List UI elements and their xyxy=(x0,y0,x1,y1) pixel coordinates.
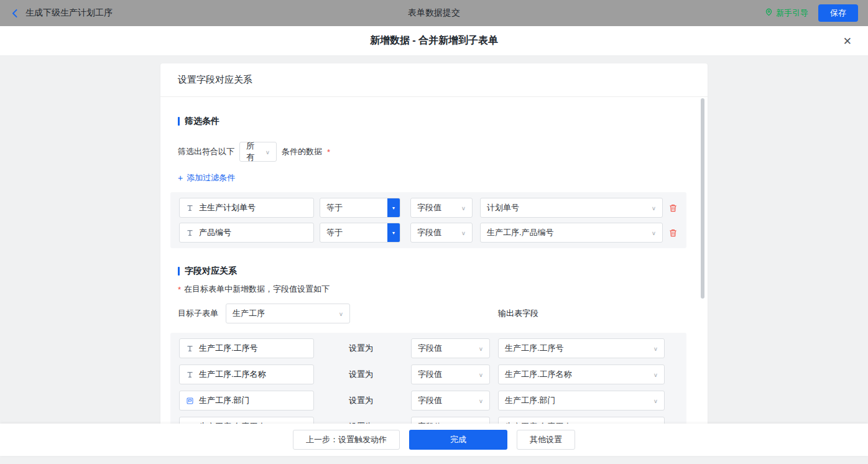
text-field-icon xyxy=(186,229,194,237)
dialog-body: 设置字段对应关系 筛选条件 筛选出符合以下 所有 ∨ 条件的数据 * + 添加过… xyxy=(0,56,868,424)
filter-value-select[interactable]: 生产工序.产品编号 ∨ xyxy=(480,223,663,243)
chevron-down-icon: ∨ xyxy=(479,371,483,378)
mapping-row: 生产工序.工序名称 设置为 字段值 ∨ 生产工序.工序名称 ∨ xyxy=(179,364,678,384)
mapping-value-select[interactable]: 生产工序.工序名称 ∨ xyxy=(498,364,665,384)
filter-value-type-select[interactable]: 字段值 ∨ xyxy=(410,223,473,243)
mapping-value-type-select[interactable]: 字段值 ∨ xyxy=(411,391,490,411)
filter-value-type-value: 字段值 xyxy=(417,227,441,238)
chevron-down-icon: ∨ xyxy=(653,397,658,404)
output-fields-label: 输出表字段 xyxy=(498,308,538,319)
dialog-title: 新增数据 - 合并新增到子表单 xyxy=(370,34,498,47)
mapping-value-select[interactable]: 生产工序.负责工人 ∨ xyxy=(498,417,665,424)
text-field-icon xyxy=(186,371,194,379)
mapping-value-type-value: 字段值 xyxy=(418,395,442,406)
filter-conditions-panel: 主生产计划单号 等于 ▼ 字段值 ∨ 计划单号 ∨ xyxy=(170,192,686,248)
target-subform-select[interactable]: 生产工序 ∨ xyxy=(226,304,350,323)
chevron-down-icon: ∨ xyxy=(479,397,483,404)
back-button[interactable]: 生成下级生产计划工序 xyxy=(10,7,113,19)
filter-operator-value: 等于 xyxy=(320,198,387,217)
beginner-guide-link[interactable]: 新手引导 xyxy=(765,7,808,19)
add-filter-condition-label: 添加过滤条件 xyxy=(187,172,235,183)
done-button[interactable]: 完成 xyxy=(409,430,507,450)
department-field-icon xyxy=(186,397,194,405)
delete-row-button[interactable] xyxy=(668,203,678,213)
delete-row-button[interactable] xyxy=(668,228,678,238)
text-field-icon xyxy=(186,345,194,353)
mapping-field-label: 生产工序.部门 xyxy=(199,395,250,406)
add-filter-condition-link[interactable]: + 添加过滤条件 xyxy=(178,172,235,183)
chevron-down-icon: ∨ xyxy=(461,230,466,236)
filter-row: 主生产计划单号 等于 ▼ 字段值 ∨ 计划单号 ∨ xyxy=(179,198,678,218)
previous-step-button[interactable]: 上一步：设置触发动作 xyxy=(293,430,400,450)
mapping-value-type-select[interactable]: 字段值 ∨ xyxy=(411,417,490,424)
required-asterisk: * xyxy=(327,147,330,157)
set-as-label: 设置为 xyxy=(349,395,374,406)
text-field-icon xyxy=(186,204,194,212)
chevron-down-icon: ∨ xyxy=(653,345,658,351)
filter-operator-value: 等于 xyxy=(320,223,387,242)
back-label[interactable]: 生成下级生产计划工序 xyxy=(25,7,113,19)
target-subform-value: 生产工序 xyxy=(233,308,265,319)
card-title: 设置字段对应关系 xyxy=(160,63,708,97)
mapping-value-value: 生产工序.工序号 xyxy=(505,343,564,354)
mapping-value-select[interactable]: 生产工序.部门 ∨ xyxy=(498,391,665,411)
chevron-down-icon: ∨ xyxy=(479,345,483,351)
caret-down-button[interactable]: ▼ xyxy=(387,198,400,217)
filter-field-label: 产品编号 xyxy=(199,227,231,238)
caret-down-button[interactable]: ▼ xyxy=(387,223,400,242)
filter-operator-select[interactable]: 等于 ▼ xyxy=(320,198,400,218)
filter-intro-row: 筛选出符合以下 所有 ∨ 条件的数据 * xyxy=(178,142,708,162)
mapping-panel: 生产工序.工序号 设置为 字段值 ∨ 生产工序.工序号 ∨ 生产 xyxy=(170,333,686,424)
chevron-down-icon: ∨ xyxy=(265,149,270,155)
target-subform-label: 目标子表单 xyxy=(178,308,218,319)
mapping-value-value: 生产工序.工序名称 xyxy=(505,369,572,380)
filter-field-input[interactable]: 产品编号 xyxy=(179,223,314,243)
mapping-section-title: 字段对应关系 xyxy=(178,266,708,277)
filter-operator-select[interactable]: 等于 ▼ xyxy=(320,223,400,243)
close-icon[interactable]: ✕ xyxy=(843,35,852,46)
section-accent-bar xyxy=(178,267,180,276)
mapping-value-select[interactable]: 生产工序.工序号 ∨ xyxy=(498,338,665,358)
mapping-field-input[interactable]: 生产工序.工序名称 xyxy=(179,364,314,384)
mapping-description-text: 在目标表单中新增数据，字段值设置如下 xyxy=(184,284,330,295)
mapping-field-input[interactable]: 生产工序.工序号 xyxy=(179,338,314,358)
chevron-down-icon: ∨ xyxy=(461,205,466,211)
filter-value-value: 计划单号 xyxy=(487,202,519,213)
chevron-down-icon: ∨ xyxy=(652,205,656,211)
mapping-row: 生产工序.工序号 设置为 字段值 ∨ 生产工序.工序号 ∨ xyxy=(179,338,678,358)
mapping-value-type-value: 字段值 xyxy=(418,343,442,354)
chevron-left-icon[interactable] xyxy=(10,8,21,19)
chevron-down-icon: ∨ xyxy=(653,371,658,378)
mapping-field-input[interactable]: 生产工序.部门 xyxy=(179,391,314,411)
filter-value-select[interactable]: 计划单号 ∨ xyxy=(480,198,663,218)
vertical-scrollbar-thumb[interactable] xyxy=(701,98,704,299)
section-accent-bar xyxy=(178,117,180,126)
mapping-value-type-select[interactable]: 字段值 ∨ xyxy=(411,338,490,358)
dialog-footer: 上一步：设置触发动作 完成 其他设置 xyxy=(0,424,868,456)
target-subform-row: 目标子表单 生产工序 ∨ 输出表字段 xyxy=(178,304,708,323)
mapping-description: * 在目标表单中新增数据，字段值设置如下 xyxy=(178,284,708,295)
mapping-field-label: 生产工序.工序名称 xyxy=(199,369,266,380)
chevron-down-icon: ∨ xyxy=(339,310,343,317)
page-title: 表单数据提交 xyxy=(408,7,460,19)
mapping-value-type-select[interactable]: 字段值 ∨ xyxy=(411,364,490,384)
set-as-label: 设置为 xyxy=(349,369,374,380)
mapping-row: 生产工序.负责工人 设置为 字段值 ∨ 生产工序.负责工人 ∨ xyxy=(179,417,678,424)
filter-match-select[interactable]: 所有 ∨ xyxy=(239,142,277,162)
bottom-strip xyxy=(0,456,868,464)
mapping-field-input[interactable]: 生产工序.负责工人 xyxy=(179,417,314,424)
save-button[interactable]: 保存 xyxy=(818,4,858,22)
other-settings-button[interactable]: 其他设置 xyxy=(517,430,575,450)
filter-suffix-label: 条件的数据 xyxy=(282,146,322,157)
beginner-guide-label: 新手引导 xyxy=(776,7,808,19)
mapping-section-label: 字段对应关系 xyxy=(185,266,237,277)
mapping-row: 生产工序.部门 设置为 字段值 ∨ 生产工序.部门 ∨ xyxy=(179,391,678,411)
filter-value-type-select[interactable]: 字段值 ∨ xyxy=(410,198,473,218)
filter-field-label: 主生产计划单号 xyxy=(199,202,256,213)
filter-field-input[interactable]: 主生产计划单号 xyxy=(179,198,314,218)
field-mapping-card: 设置字段对应关系 筛选条件 筛选出符合以下 所有 ∨ 条件的数据 * + 添加过… xyxy=(160,63,708,424)
required-asterisk: * xyxy=(178,285,181,294)
filter-match-value: 所有 xyxy=(246,141,261,163)
mapping-value-value: 生产工序.部门 xyxy=(505,395,556,406)
filter-section-title: 筛选条件 xyxy=(178,116,708,127)
